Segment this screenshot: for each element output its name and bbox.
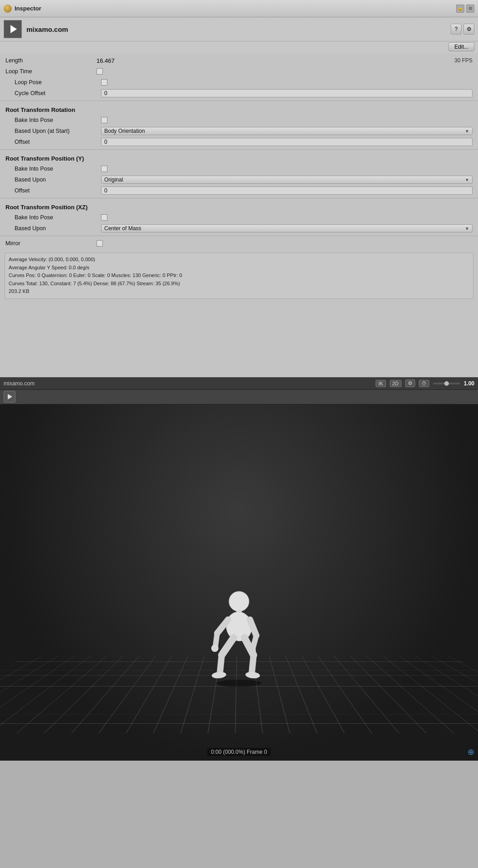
root-xz-bake-row: Bake Into Pose: [0, 212, 478, 223]
asset-name: mixamo.com: [26, 25, 451, 33]
root-rotation-offset-input[interactable]: [101, 138, 473, 146]
separator-1: [0, 101, 478, 101]
separator-3: [0, 198, 478, 198]
root-position-y-section: Root Transform Position (Y): [0, 152, 478, 163]
stats-box: Average Velocity: (0.000, 0.000, 0.000) …: [5, 252, 473, 299]
root-rotation-bake-checkbox[interactable]: [101, 117, 107, 123]
cycle-offset-label: Cycle Offset: [5, 90, 101, 96]
svg-point-0: [216, 680, 262, 687]
play-icon-large: [8, 394, 12, 399]
separator-2: [0, 149, 478, 150]
loop-pose-row: Loop Pose: [0, 77, 478, 88]
stats-line4: Curves Total: 130, Constant: 7 (5.4%) De…: [9, 280, 469, 288]
ik-badge[interactable]: IK: [376, 380, 386, 387]
mirror-value: [97, 240, 473, 247]
length-label: Length: [5, 57, 97, 64]
root-y-offset-label: Offset: [5, 187, 101, 194]
root-rotation-bake-row: Bake Into Pose: [0, 115, 478, 126]
root-xz-based-value: Center of Mass ▼: [101, 224, 473, 232]
play-icon: [10, 25, 17, 33]
root-rotation-bake-label: Bake Into Pose: [5, 117, 101, 123]
stats-line3: Curves Pos: 0 Quaternion: 0 Euler: 0 Sca…: [9, 272, 469, 280]
root-xz-bake-value: [101, 214, 473, 221]
loop-time-value: [97, 68, 473, 75]
root-xz-based-row: Based Upon Center of Mass ▼: [0, 223, 478, 234]
root-position-xz-label: Root Transform Position (XZ): [5, 204, 97, 211]
root-rotation-label: Root Transform Rotation: [5, 106, 97, 113]
mirror-row: Mirror: [0, 238, 478, 249]
time-icon[interactable]: ⏱: [419, 380, 429, 387]
root-position-y-label: Root Transform Position (Y): [5, 155, 97, 162]
loop-pose-value: [101, 79, 473, 86]
asset-action-buttons: ? ⚙: [451, 24, 474, 35]
svg-line-13: [252, 655, 254, 673]
properties-area: Length 16.467 30 FPS Loop Time Loop Pose…: [0, 53, 478, 377]
loop-time-label: Loop Time: [5, 68, 97, 75]
root-rotation-bake-value: [101, 117, 473, 123]
root-y-based-row: Based Upon Original ▼: [0, 174, 478, 185]
root-y-based-label: Based Upon: [5, 177, 101, 183]
svg-point-15: [245, 671, 260, 679]
root-y-offset-row: Offset: [0, 185, 478, 196]
2d-badge[interactable]: 2D: [390, 380, 402, 387]
loop-time-checkbox[interactable]: [97, 68, 103, 75]
play-button[interactable]: [4, 391, 15, 403]
cycle-offset-input[interactable]: [101, 89, 473, 97]
svg-point-1: [229, 591, 249, 611]
stats-line5: 203.2 KB: [9, 288, 469, 296]
root-xz-dropdown-arrow: ▼: [465, 226, 469, 231]
ik-foot-icon[interactable]: ⚙: [405, 379, 415, 387]
root-y-offset-value: [101, 187, 473, 195]
speed-slider[interactable]: [433, 383, 460, 384]
loop-time-row: Loop Time: [0, 66, 478, 77]
root-y-dropdown-arrow: ▼: [465, 177, 469, 182]
edit-button[interactable]: Edit...: [448, 42, 474, 51]
spacer-area: [0, 303, 478, 375]
mirror-checkbox[interactable]: [97, 240, 103, 247]
timecode-overlay: 0:00 (000.0%) Frame 0: [207, 748, 270, 756]
viewport: 0:00 (000.0%) Frame 0 ⊕: [0, 404, 478, 761]
root-rotation-based-label: Based Upon (at Start): [5, 128, 101, 134]
root-rotation-based-value: Body Orientation ▼: [101, 127, 473, 135]
inspector-panel: Inspector 🔒 ⚙ mixamo.com ? ⚙ Edit... Len…: [0, 0, 478, 377]
stats-line1: Average Velocity: (0.000, 0.000, 0.000): [9, 256, 469, 264]
character-svg: [203, 588, 275, 688]
loop-pose-label: Loop Pose: [5, 79, 101, 86]
preview-section: mixamo.com IK 2D ⚙ ⏱ 1.00: [0, 377, 478, 761]
loop-pose-checkbox[interactable]: [101, 79, 107, 86]
root-rotation-based-text: Body Orientation: [104, 128, 145, 134]
title-bar-actions: 🔒 ⚙: [456, 5, 474, 13]
root-rotation-offset-label: Offset: [5, 139, 101, 145]
root-xz-based-dropdown[interactable]: Center of Mass ▼: [101, 224, 473, 232]
root-y-offset-input[interactable]: [101, 187, 473, 195]
asset-header: mixamo.com ? ⚙: [0, 17, 478, 41]
svg-line-12: [220, 655, 222, 673]
root-xz-based-text: Center of Mass: [104, 225, 141, 232]
root-rotation-based-dropdown[interactable]: Body Orientation ▼: [101, 127, 473, 135]
fps-label: 30 FPS: [454, 57, 473, 64]
root-rotation-offset-value: [101, 138, 473, 146]
preview-toolbar: mixamo.com IK 2D ⚙ ⏱ 1.00: [0, 377, 478, 390]
title-settings-button[interactable]: ⚙: [466, 5, 474, 13]
lock-button[interactable]: 🔒: [456, 5, 464, 13]
root-xz-bake-checkbox[interactable]: [101, 214, 107, 221]
length-row: Length 16.467 30 FPS: [0, 55, 478, 66]
inspector-title: Inspector: [15, 5, 456, 12]
svg-point-8: [211, 645, 219, 652]
corner-icon: ⊕: [468, 747, 474, 757]
root-y-bake-label: Bake Into Pose: [5, 166, 101, 172]
asset-settings-button[interactable]: ⚙: [463, 24, 474, 35]
asset-thumbnail: [4, 20, 22, 38]
separator-4: [0, 236, 478, 236]
inspector-icon: [4, 5, 12, 13]
play-bar: [0, 390, 478, 404]
speed-slider-knob: [444, 381, 449, 386]
root-y-bake-checkbox[interactable]: [101, 166, 107, 172]
help-button[interactable]: ?: [451, 24, 462, 35]
root-y-based-value: Original ▼: [101, 176, 473, 184]
mirror-label: Mirror: [5, 240, 97, 247]
cycle-offset-row: Cycle Offset: [0, 88, 478, 99]
root-y-based-text: Original: [104, 177, 123, 183]
root-y-based-dropdown[interactable]: Original ▼: [101, 176, 473, 184]
preview-title: mixamo.com: [4, 380, 372, 387]
